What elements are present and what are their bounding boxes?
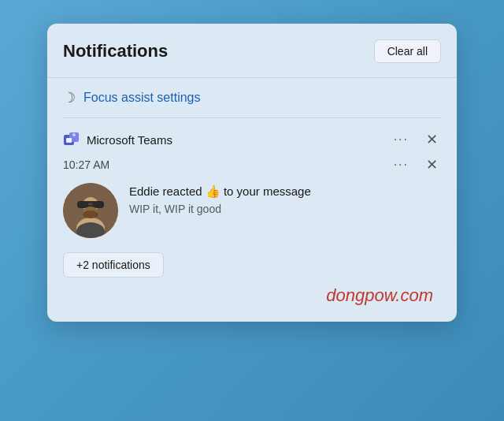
notification-time: 10:27 AM (63, 158, 109, 171)
svg-point-3 (72, 133, 76, 136)
notification-text-block: Eddie reacted 👍 to your message WIP it, … (129, 183, 441, 215)
teams-app-header: Microsoft Teams ··· ✕ (63, 129, 441, 150)
more-notifications-button[interactable]: +2 notifications (63, 252, 164, 278)
panel-title: Notifications (63, 41, 168, 61)
notification-content: Eddie reacted 👍 to your message WIP it, … (63, 183, 441, 238)
teams-left: Microsoft Teams (63, 131, 172, 148)
notification-time-row: 10:27 AM ··· ✕ (63, 155, 441, 175)
notification-sub-text: WIP it, WIP it good (129, 203, 441, 215)
moon-icon: ☽ (63, 89, 76, 106)
svg-rect-4 (66, 138, 72, 143)
teams-more-options-button[interactable]: ··· (391, 131, 412, 148)
focus-assist-row: ☽ Focus assist settings (63, 78, 441, 118)
svg-rect-8 (78, 202, 88, 207)
notification-panel: Notifications Clear all ☽ Focus assist s… (47, 24, 457, 322)
focus-assist-link[interactable]: Focus assist settings (83, 91, 201, 105)
watermark: dongpow.com (63, 285, 441, 306)
notification-more-options-button[interactable]: ··· (391, 156, 412, 173)
avatar (63, 183, 118, 238)
svg-rect-9 (92, 202, 102, 207)
teams-app-name: Microsoft Teams (87, 133, 172, 147)
clear-all-button[interactable]: Clear all (374, 39, 441, 63)
teams-close-button[interactable]: ✕ (423, 129, 441, 150)
teams-icon (63, 131, 80, 148)
svg-point-14 (83, 210, 98, 218)
teams-right-controls: ··· ✕ (391, 129, 441, 150)
panel-header: Notifications Clear all (63, 39, 441, 63)
notification-close-button[interactable]: ✕ (423, 155, 441, 175)
notification-right-controls: ··· ✕ (391, 155, 441, 175)
notification-main-text: Eddie reacted 👍 to your message (129, 183, 441, 199)
